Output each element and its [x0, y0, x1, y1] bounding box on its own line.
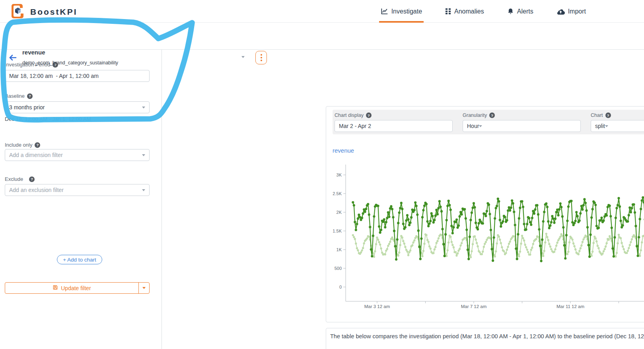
svg-text:500: 500 [335, 266, 342, 271]
baseline-select[interactable]: 3 months prior [5, 101, 150, 113]
svg-text:1K: 1K [337, 247, 342, 252]
main-content: Chart display ? Granularity ? Hour Chart [162, 50, 644, 349]
kebab-menu-button[interactable] [255, 51, 267, 64]
help-icon[interactable]: ? [27, 93, 33, 99]
bell-icon [507, 8, 514, 15]
comparison-sentence: The table below compares the investigati… [330, 333, 644, 339]
kpi-header-strip: revenue demo_ecom_brand_category_sustain… [0, 23, 644, 50]
comparison-panel: The table below compares the investigati… [326, 328, 644, 349]
chart-line-icon [381, 8, 388, 15]
update-filter-dropdown[interactable] [138, 283, 149, 293]
top-header: BoostKPI Investigate Anomalies [0, 0, 644, 23]
nav-label: Investigate [391, 8, 422, 15]
include-only-select[interactable]: Add a dimension filter [5, 149, 150, 161]
kpi-dataset-name: demo_ecom_brand_category_sustainability [22, 60, 118, 66]
update-filter-main[interactable]: Update filter [5, 283, 138, 293]
update-filter-button[interactable]: Update filter [5, 282, 150, 294]
nav-label: Import [568, 8, 586, 15]
baseline-label: Baseline ? [5, 93, 33, 99]
help-icon[interactable]: ? [35, 142, 40, 148]
revenue-line-chart: 3K2.5K2K1.5K1K5000Mar 3 12 amMar 7 12 am… [326, 107, 644, 323]
chevron-down-icon [142, 287, 146, 289]
add-to-chart-button[interactable]: + Add to chart [57, 255, 102, 264]
filter-sidebar: Investigation Period ? Baseline ? 3 mont… [0, 50, 162, 349]
svg-text:Mar 7 12 am: Mar 7 12 am [461, 304, 487, 309]
save-icon [53, 285, 58, 291]
baseline-range-note: Dec 18, 12:00 AM - Jan 1, 12:00 AM [5, 116, 91, 122]
back-arrow-icon[interactable] [8, 53, 18, 62]
nav-item-import[interactable]: Import [556, 0, 586, 23]
brand-name: BoostKPI [30, 7, 78, 17]
main-nav: Investigate Anomalies Alerts [381, 0, 586, 23]
nav-item-anomalies[interactable]: Anomalies [445, 0, 484, 23]
svg-text:2.5K: 2.5K [333, 191, 342, 196]
svg-text:Mar 11 12 am: Mar 11 12 am [556, 304, 584, 309]
nav-item-alerts[interactable]: Alerts [507, 0, 533, 23]
svg-text:1.5K: 1.5K [333, 229, 342, 233]
brand-logo[interactable]: BoostKPI [10, 2, 78, 21]
grid-icon [445, 8, 451, 15]
chevron-down-icon [142, 107, 145, 109]
nav-label: Anomalies [454, 8, 484, 15]
svg-text:0: 0 [339, 285, 342, 289]
svg-text:2K: 2K [337, 210, 342, 215]
include-only-label: Include only ? [5, 142, 40, 148]
svg-text:3K: 3K [337, 173, 342, 177]
kpi-title: revenue [22, 49, 45, 56]
cloud-upload-icon [556, 8, 565, 15]
nav-item-investigate[interactable]: Investigate [381, 0, 422, 23]
chart-panel: Chart display ? Granularity ? Hour Chart [326, 106, 644, 322]
chevron-down-icon [142, 154, 145, 156]
boostkpi-logo-icon [10, 2, 26, 21]
svg-text:Mar 3 12 am: Mar 3 12 am [364, 304, 390, 309]
exclude-select[interactable]: Add an exclusion filter [5, 184, 150, 196]
help-icon[interactable]: ? [29, 176, 35, 182]
investigation-period-input[interactable] [5, 70, 150, 82]
chevron-down-icon [142, 189, 145, 191]
exclude-label: Exclude ? [5, 176, 35, 182]
kpi-dropdown-caret-icon[interactable] [241, 56, 245, 58]
nav-label: Alerts [517, 8, 533, 15]
